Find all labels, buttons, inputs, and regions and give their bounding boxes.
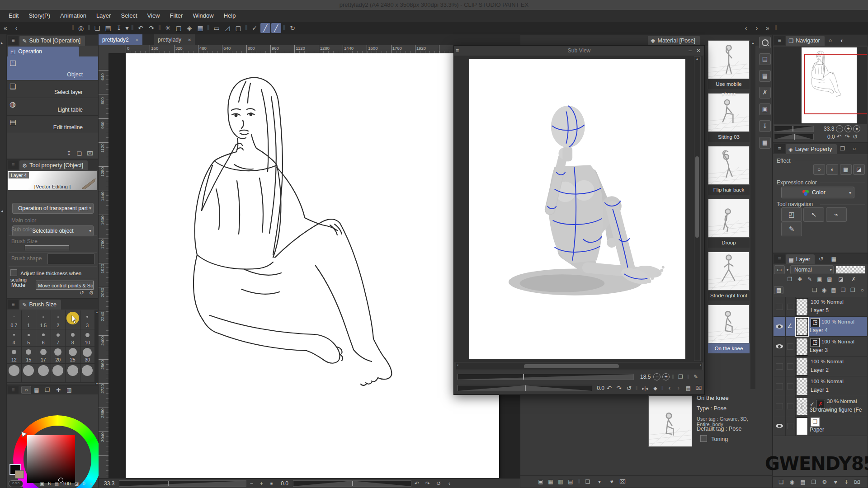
close-icon[interactable]: ✕ — [696, 46, 701, 56]
new-file-icon[interactable]: ❏ — [92, 23, 102, 33]
delete-material-icon[interactable]: ⌧ — [617, 479, 628, 485]
import-subtool-icon[interactable]: ↧ — [64, 150, 73, 157]
toning-checkbox[interactable] — [700, 435, 707, 442]
sub-view-titlebar[interactable]: ≡ Sub View – ✕ — [454, 46, 704, 56]
lighttable-tab-icon[interactable]: ○ — [849, 145, 860, 152]
adjust-line-thickness-checkbox[interactable] — [10, 269, 17, 276]
opacity-bar[interactable] — [835, 266, 865, 274]
brush-size-8[interactable]: 8 — [66, 329, 80, 347]
navigator-viewport[interactable] — [774, 47, 867, 124]
panel-menu-icon[interactable]: ≡ — [774, 254, 785, 263]
snap-ruler-icon[interactable]: ✓ — [250, 23, 259, 33]
navigator-tab[interactable]: ❐ Navigator — [786, 36, 825, 46]
layer-row-layer-4[interactable]: ∠◳100 % NormalLayer 4 — [774, 317, 867, 337]
clip-at-layer-below-icon[interactable]: ❐ — [785, 276, 795, 282]
lock-layer-icon[interactable]: ▣ — [815, 276, 825, 282]
layer-settings-icon[interactable]: ⚙ — [819, 479, 830, 485]
layer-property-tab[interactable]: ◈ Layer Property — [786, 144, 837, 154]
brush-size-5[interactable]: 5 — [22, 329, 37, 347]
redo-icon[interactable]: ↷ — [146, 23, 156, 33]
sub-view-viewport[interactable]: ▴ — [454, 56, 703, 362]
brush-size-25[interactable]: 25 — [66, 347, 80, 364]
panel-menu-icon[interactable]: ≡ — [8, 300, 19, 309]
layer-search-tab-icon[interactable]: ↺ — [815, 256, 827, 262]
subtool-item-select-layer[interactable]: ❏Select layer — [7, 80, 98, 98]
sub-view-vscrollbar[interactable]: ▴ — [694, 56, 701, 361]
delete-subtool-icon[interactable]: ⌧ — [85, 150, 94, 157]
subtool-item-edit-timeline[interactable]: ▤Edit timeline — [7, 116, 98, 133]
eye-icon[interactable] — [776, 424, 783, 428]
chevron-down-icon[interactable]: ▾ — [785, 267, 790, 272]
apply-color-icon[interactable]: ❐ — [676, 374, 685, 380]
blend-mode-dropdown[interactable]: Normal ▾ — [790, 265, 834, 274]
layer-visibility-cell[interactable] — [774, 317, 786, 336]
brush-size-12[interactable]: 12 — [7, 347, 22, 364]
rotate-right-icon[interactable]: ↷ — [422, 480, 433, 487]
layer-visibility-cell[interactable] — [774, 357, 786, 376]
menu-item-animation[interactable]: Animation — [55, 10, 91, 22]
eyedropper-icon[interactable]: ✎ — [691, 374, 700, 380]
tab-approx-color[interactable]: ▥ — [64, 387, 75, 393]
panel-menu-icon[interactable]: ≡ — [8, 160, 19, 169]
layer-row-layer-1[interactable]: 100 % NormalLayer 1 — [774, 376, 867, 396]
brush-size-6[interactable]: 6 — [36, 329, 51, 347]
border-effect-icon[interactable]: ○ — [813, 164, 825, 175]
subtool-item-object[interactable]: ◰Object — [7, 56, 98, 80]
sub-view-rotation-slider[interactable] — [458, 385, 592, 391]
rotation-reset-icon[interactable]: ↺ — [433, 480, 444, 487]
panel-expand-icon[interactable]: ▸ — [1, 41, 3, 45]
draft-layer-icon[interactable]: ✎ — [805, 276, 815, 282]
rotation-reset-icon[interactable]: ↺ — [851, 133, 859, 140]
zoom-out-icon[interactable]: − — [836, 125, 843, 132]
panel-menu-icon[interactable]: ≡ — [774, 144, 785, 153]
layer-visibility-cell[interactable] — [774, 297, 786, 316]
canvas-page[interactable] — [126, 53, 499, 478]
brush-size-4[interactable]: 4 — [7, 329, 22, 347]
view-large-icon[interactable]: ▥ — [556, 479, 566, 485]
pen-tool-icon[interactable]: ✎ — [781, 222, 802, 236]
animation-tab-icon[interactable]: ❐ — [837, 145, 849, 152]
brush-size-1.5[interactable]: 1.5 — [36, 310, 51, 329]
tab-color-set[interactable]: ❐ — [42, 387, 53, 393]
zoom-in-icon[interactable]: + — [844, 125, 852, 132]
brush-shape-box[interactable] — [47, 253, 94, 264]
brush-size-cell[interactable] — [36, 364, 51, 383]
material-tab[interactable]: ✚ Material [Pose] — [648, 36, 700, 46]
scroll-up-icon[interactable]: ▴ — [750, 41, 755, 45]
subtool-group-tab[interactable]: ◰ Operation — [8, 47, 79, 56]
expand-selection-icon[interactable]: ▢ — [233, 23, 243, 33]
snap-grid-icon[interactable]: ╱ — [271, 23, 281, 33]
scroll-left-icon[interactable]: ‹ — [457, 363, 458, 367]
layer-visibility-cell[interactable] — [774, 337, 786, 356]
sv-square[interactable] — [27, 435, 75, 483]
tab-color-wheel[interactable]: ○ — [21, 386, 31, 394]
toolbar-prev-icon[interactable]: ‹ — [741, 23, 751, 33]
rotation-reset-icon[interactable]: ↺ — [624, 385, 634, 392]
brush-size-cell[interactable] — [51, 364, 66, 383]
brush-size-15[interactable]: 15 — [22, 347, 37, 364]
panel-collapse-icon[interactable]: ◂ — [1, 209, 3, 213]
new-vector-layer-icon[interactable]: ◉ — [819, 287, 829, 293]
back-icon[interactable]: ‹ — [11, 23, 21, 33]
rotate-right-icon[interactable]: ↷ — [614, 385, 624, 392]
previous-image-icon[interactable]: ‹ — [665, 385, 674, 391]
menu-item-view[interactable]: View — [142, 10, 165, 22]
document-tab-active[interactable]: prettylady2✕ — [99, 34, 142, 45]
tone-effect-icon[interactable]: ◐ — [826, 164, 838, 175]
rotate-view-icon[interactable]: ↻ — [288, 23, 297, 33]
material-item-stride-right-front[interactable]: Stride right front — [708, 252, 750, 300]
timeline-tab-icon[interactable]: ▦ — [827, 256, 840, 262]
material-item-flip-hair-back[interactable]: Flip hair back — [708, 146, 750, 195]
zoom-in-icon[interactable]: + — [662, 373, 670, 380]
sub-color-swatch[interactable] — [15, 470, 24, 479]
object-tool-icon[interactable]: ↖ — [803, 207, 824, 222]
panel-menu-icon[interactable]: ≡ — [8, 36, 19, 45]
rotate-left-icon[interactable]: ↶ — [835, 133, 843, 140]
selection-icon[interactable]: ▢ — [174, 23, 184, 33]
brush-size-2.5[interactable] — [66, 310, 80, 329]
figure-icon[interactable]: ✚ — [795, 276, 805, 282]
sort-dropdown-icon[interactable]: ▾ — [593, 479, 606, 485]
mode-dropdown[interactable]: Move control points & Scal — [36, 281, 94, 290]
add-subtool-icon[interactable]: ❏ — [75, 150, 84, 157]
new-tone-icon[interactable]: ◉ — [787, 479, 797, 485]
